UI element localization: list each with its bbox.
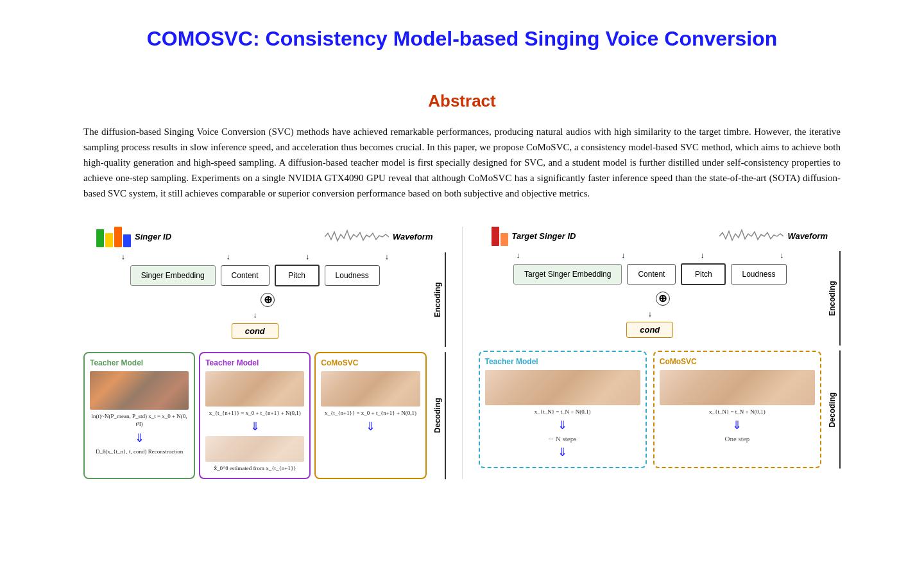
color-bars xyxy=(96,227,131,247)
target-singer-id-group: Target Singer ID xyxy=(492,227,576,246)
singer-embedding-box: Singer Embedding xyxy=(130,265,216,286)
teacher-block-2: Teacher Model x_{t_{n+1}} = x_0 + t_{n+1… xyxy=(199,352,311,479)
one-step-text: One step xyxy=(660,435,815,442)
comosvc-block-left: CoMoSVC x_{t_{n+1}} = x_0 + t_{n+1} + N(… xyxy=(314,352,426,479)
loudness-box-right: Loudness xyxy=(731,264,786,285)
content-box-right: Content xyxy=(627,264,676,285)
spectrogram-2 xyxy=(205,371,304,407)
teacher-label-1: Teacher Model xyxy=(90,358,189,367)
n-steps-text: ··· N steps xyxy=(485,435,640,442)
left-diagram: Singer ID Waveform ↓ xyxy=(83,227,456,479)
content-box-left: Content xyxy=(221,265,270,286)
waveform-group-left: Waveform xyxy=(325,228,433,246)
arrow-right-3: ⇓ xyxy=(660,418,815,432)
singer-id-group: Singer ID xyxy=(96,227,171,247)
arrow-1: ⇓ xyxy=(90,431,189,445)
comosvc-block-right: CoMoSVC x_{t_N} = t_N + N(0,1) ⇓ One ste… xyxy=(653,351,821,469)
eq3-text: x_{t_{n+1}} = x_0 + t_{n+1} + N(0,1) xyxy=(321,409,420,417)
teacher-block-1: Teacher Model ln(t)~N(P_mean, P_std) x_t… xyxy=(83,352,195,479)
center-divider xyxy=(462,227,463,479)
waveform-group-right: Waveform xyxy=(719,227,828,245)
waveform-label-left: Waveform xyxy=(393,232,433,241)
teacher-block-right: Teacher Model x_{t_N} = t_N + N(0,1) ⇓ ·… xyxy=(479,351,647,469)
eq-comosvc-text: x_{t_N} = t_N + N(0,1) xyxy=(660,408,815,416)
plus-circle-right: ⊕ xyxy=(656,292,670,306)
diagram-area: Singer ID Waveform ↓ xyxy=(83,227,841,479)
abstract-section: Abstract The diffusion-based Singing Voi… xyxy=(83,91,841,201)
abstract-heading: Abstract xyxy=(83,91,841,111)
cond-box-left: cond xyxy=(232,323,278,339)
waveform-svg-left xyxy=(325,228,389,246)
decoding-bracket-right: Decoding xyxy=(825,351,841,469)
spectrogram-right-1 xyxy=(485,370,640,405)
target-color-bars xyxy=(492,227,508,246)
spectrogram-right-2 xyxy=(660,370,815,405)
teacher-label-2: Teacher Model xyxy=(205,358,304,367)
encoding-bracket-left: Encoding xyxy=(431,252,446,347)
eq2-text: x_{t_{n+1}} = x_0 + t_{n+1} + N(0,1) xyxy=(205,409,304,417)
arrow-right-2: ⇓ xyxy=(485,445,640,459)
singer-id-label: Singer ID xyxy=(135,232,171,241)
target-singer-id-label: Target Singer ID xyxy=(512,231,576,241)
abstract-text: The diffusion-based Singing Voice Conver… xyxy=(83,124,841,201)
spectrogram-3 xyxy=(205,436,304,462)
spectrogram-1 xyxy=(90,371,189,410)
eq-teacher-text: x_{t_N} = t_N + N(0,1) xyxy=(485,408,640,416)
estimated-text: x̂_0^θ estimated from x_{t_{n+1}} xyxy=(205,464,304,473)
arrow-2: ⇓ xyxy=(205,419,304,434)
comosvc-label-left: CoMoSVC xyxy=(321,358,420,367)
decoding-bracket-left: Decoding xyxy=(431,352,446,479)
right-diagram: Target Singer ID Waveform xyxy=(469,227,841,479)
arrow-right-1: ⇓ xyxy=(485,418,640,432)
comosvc-label-right: CoMoSVC xyxy=(660,357,815,366)
reconstruction-text: D_θ(x_{t_n}, t, cond) Reconstruction xyxy=(90,448,189,456)
encoding-bracket-right: Encoding xyxy=(825,251,841,346)
teacher-label-right: Teacher Model xyxy=(485,357,640,366)
eq1-text: ln(t)~N(P_mean, P_std) x_t = x_0 + N(0, … xyxy=(90,412,189,428)
page-title: COMOSVC: Consistency Model-based Singing… xyxy=(83,26,841,53)
arrow-3: ⇓ xyxy=(321,419,420,434)
waveform-svg-right xyxy=(719,227,783,245)
plus-circle-left: ⊕ xyxy=(261,293,275,307)
cond-box-right: cond xyxy=(626,322,673,338)
pitch-box-left: Pitch xyxy=(275,265,320,286)
pitch-box-right: Pitch xyxy=(681,263,726,285)
target-singer-embedding-box: Target Singer Embedding xyxy=(513,264,622,285)
loudness-box-left: Loudness xyxy=(325,265,380,286)
waveform-label-right: Waveform xyxy=(787,231,828,241)
spectrogram-4 xyxy=(321,371,420,407)
